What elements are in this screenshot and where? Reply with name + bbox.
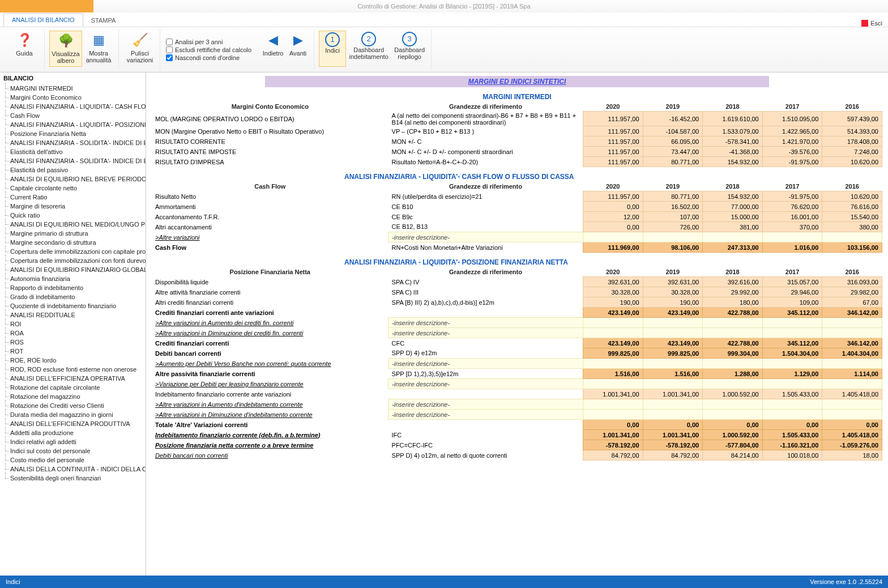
tree-item[interactable]: Addetti alla produzione bbox=[0, 428, 146, 437]
cell-editable[interactable] bbox=[583, 410, 643, 420]
tree-item[interactable]: ANALISI FINANZIARIA - LIQUIDITA'- CASH F… bbox=[0, 102, 146, 111]
row-ref-editable[interactable]: -inserire descrizione- bbox=[388, 410, 583, 420]
cell-editable[interactable] bbox=[643, 399, 703, 410]
pulisci-variazioni-button[interactable]: 🧹Pulisci variazioni bbox=[123, 31, 156, 67]
tree-item[interactable]: ANALISI FINANZIARIA - SOLIDITA'- INDICE … bbox=[0, 156, 146, 165]
cell-editable[interactable] bbox=[643, 318, 703, 328]
cell-editable[interactable] bbox=[583, 399, 643, 410]
tree-item[interactable]: ROT bbox=[0, 347, 146, 356]
cell-editable[interactable] bbox=[822, 232, 882, 242]
cell-editable[interactable] bbox=[762, 399, 822, 410]
row-ref-editable[interactable]: -inserire descrizione- bbox=[388, 379, 583, 389]
cell-editable[interactable] bbox=[822, 328, 882, 338]
cell-editable[interactable] bbox=[583, 318, 643, 328]
tree-item[interactable]: Elasticità del passivo bbox=[0, 165, 146, 174]
cell-editable[interactable] bbox=[703, 232, 763, 242]
tree-item[interactable]: Sostenibilità degli oneri finanziari bbox=[0, 474, 146, 483]
indietro-button[interactable]: ◀Indietro bbox=[261, 31, 285, 67]
cell-editable[interactable] bbox=[703, 318, 763, 328]
cell-editable[interactable] bbox=[643, 410, 703, 420]
sidebar-tree[interactable]: BILANCIO MARGINI INTERMEDIMargini Conto … bbox=[0, 73, 146, 576]
tree-item[interactable]: ANALISI FINANZIARIA - SOLIDITA'- INDICE … bbox=[0, 138, 146, 147]
tree-item[interactable]: ROS bbox=[0, 338, 146, 347]
tree-item[interactable]: Current Ratio bbox=[0, 193, 146, 202]
cell-editable[interactable] bbox=[762, 410, 822, 420]
cell-editable[interactable] bbox=[583, 379, 643, 389]
tree-item[interactable]: Margine secondario di struttura bbox=[0, 238, 146, 247]
tree-item[interactable]: Costo medio del personale bbox=[0, 455, 146, 465]
cell-editable[interactable] bbox=[703, 379, 763, 389]
tree-item[interactable]: ROD, ROD escluse fonti esterne non onero… bbox=[0, 365, 146, 374]
cell-editable[interactable] bbox=[822, 410, 882, 420]
avanti-button[interactable]: ▶Avanti bbox=[285, 31, 310, 67]
guida-button[interactable]: ❓Guida bbox=[8, 31, 41, 67]
cell-editable[interactable] bbox=[822, 359, 882, 369]
cell-editable[interactable] bbox=[762, 232, 822, 242]
cell-editable[interactable] bbox=[583, 328, 643, 338]
tree-item[interactable]: ANALISI DI EQUILIBRIO NEL BREVE PERIODO … bbox=[0, 174, 146, 184]
cell-editable[interactable] bbox=[703, 410, 763, 420]
tree-item[interactable]: Autonomia finanziaria bbox=[0, 274, 146, 283]
row-ref-editable[interactable]: -inserire descrizione- bbox=[388, 232, 583, 242]
tree-item[interactable]: Margine di tesoreria bbox=[0, 202, 146, 211]
cell-editable[interactable] bbox=[583, 359, 643, 369]
tree-item[interactable]: Grado di indebitamento bbox=[0, 292, 146, 301]
cell-editable[interactable] bbox=[762, 379, 822, 389]
cell-editable[interactable] bbox=[643, 328, 703, 338]
tab-analisi[interactable]: ANALISI DI BILANCIO bbox=[3, 13, 83, 27]
cell-editable[interactable] bbox=[762, 359, 822, 369]
tree-item[interactable]: Margine primario di struttura bbox=[0, 229, 146, 238]
tree-item[interactable]: Cash Flow bbox=[0, 111, 146, 120]
tree-item[interactable]: ANALISI REDDITUALE bbox=[0, 310, 146, 319]
tree-item[interactable]: ANALISI DELLA CONTINUITÀ - INDICI DELLA … bbox=[0, 465, 146, 474]
cell-editable[interactable] bbox=[822, 318, 882, 328]
mostra-annualita-button[interactable]: ▦Mostra annualità bbox=[82, 31, 115, 67]
tree-item[interactable]: ANALISI DI EQUILIBRIO NEL MEDIO/LUNGO PE… bbox=[0, 220, 146, 229]
tree-item[interactable]: ANALISI DELL'EFFICIENZA PRODUTTIVA bbox=[0, 419, 146, 428]
tree-item[interactable]: Posizione Finanziaria Netta bbox=[0, 129, 146, 138]
step-indici-button[interactable]: 1Indici bbox=[319, 31, 346, 67]
tab-stampa[interactable]: STAMPA bbox=[83, 14, 124, 27]
row-ref-editable[interactable]: -inserire descrizione- bbox=[388, 318, 583, 328]
main-content[interactable]: MARGINI ED INDICI SINTETICI MARGINI INTE… bbox=[146, 73, 888, 576]
cell-editable[interactable] bbox=[822, 379, 882, 389]
visualizza-albero-button[interactable]: 🌳Visualizza albero bbox=[49, 31, 82, 67]
tree-item[interactable]: Copertura delle immobilizzazioni con fon… bbox=[0, 256, 146, 265]
tree-item[interactable]: Margini Conto Economico bbox=[0, 93, 146, 102]
cell-editable[interactable] bbox=[762, 328, 822, 338]
chk-escludi-rettifiche[interactable]: Escludi rettifiche dal calcolo bbox=[166, 46, 251, 53]
cell-editable[interactable] bbox=[583, 232, 643, 242]
cell-editable[interactable] bbox=[703, 359, 763, 369]
tree-item[interactable]: Durata media del magazzino in giorni bbox=[0, 410, 146, 419]
tree-item[interactable]: ANALISI DELL'EFFICIENZA OPERATIVA bbox=[0, 374, 146, 383]
tree-item[interactable]: Elasticità dell'attivo bbox=[0, 147, 146, 156]
cell-editable[interactable] bbox=[643, 379, 703, 389]
tree-item[interactable]: Rotazione del magazzino bbox=[0, 392, 146, 401]
tree-item[interactable]: Capitale circolante netto bbox=[0, 184, 146, 193]
step-dashboard-indeb-button[interactable]: 2Dashboard indebitamento bbox=[346, 31, 391, 67]
tree-item[interactable]: Rotazione dei Crediti verso Clienti bbox=[0, 401, 146, 410]
cell-editable[interactable] bbox=[643, 232, 703, 242]
tree-item[interactable]: Indici sul costo del personale bbox=[0, 446, 146, 455]
step-dashboard-riep-button[interactable]: 3Dashboard riepilogo bbox=[391, 31, 428, 67]
tree-item[interactable]: ROA bbox=[0, 329, 146, 338]
tree-item[interactable]: Copertura delle immobilizzazioni con cap… bbox=[0, 247, 146, 256]
tree-item[interactable]: Rotazione del capitale circolante bbox=[0, 383, 146, 392]
row-ref-editable[interactable]: -inserire descrizione- bbox=[388, 399, 583, 410]
cell-editable[interactable] bbox=[703, 328, 763, 338]
tree-item[interactable]: ROI bbox=[0, 319, 146, 329]
row-ref-editable[interactable]: -inserire descrizione- bbox=[388, 328, 583, 338]
tree-item[interactable]: Rapporto di indebitamento bbox=[0, 283, 146, 292]
tree-item[interactable]: Indici relativi agli addetti bbox=[0, 437, 146, 446]
cell-editable[interactable] bbox=[643, 359, 703, 369]
tree-item[interactable]: ANALISI DI EQUILIBRIO FINANZIARIO GLOBAL… bbox=[0, 265, 146, 274]
cell-editable[interactable] bbox=[762, 318, 822, 328]
exit-button[interactable]: Esci bbox=[861, 20, 882, 27]
cell-editable[interactable] bbox=[822, 399, 882, 410]
main-header-link[interactable]: MARGINI ED INDICI SINTETICI bbox=[468, 78, 566, 86]
cell-editable[interactable] bbox=[703, 399, 763, 410]
tree-item[interactable]: ANALISI FINANZIARIA - LIQUIDITA'- POSIZI… bbox=[0, 120, 146, 129]
tree-item[interactable]: MARGINI INTERMEDI bbox=[0, 84, 146, 93]
tree-item[interactable]: Quick ratio bbox=[0, 211, 146, 220]
chk-analisi3anni[interactable]: Analisi per 3 anni bbox=[166, 39, 251, 45]
